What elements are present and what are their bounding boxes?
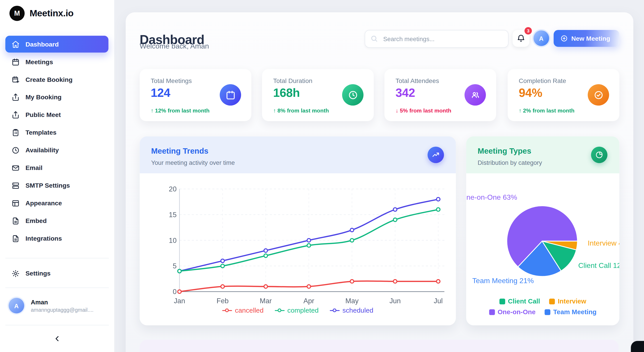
stat-value: 168h: [273, 86, 300, 100]
sidebar-item-appearance[interactable]: Appearance: [5, 195, 108, 212]
svg-text:Jan: Jan: [174, 297, 185, 305]
file-text-icon: [12, 234, 20, 243]
share-icon: [12, 111, 20, 119]
sidebar-item-embed[interactable]: Embed: [5, 212, 108, 229]
line-marker-icon: [222, 308, 232, 312]
clock-icon: [342, 84, 364, 106]
sidebar-item-label: Public Meet: [26, 111, 61, 118]
sidebar-item-label: Create Booking: [26, 76, 72, 83]
sidebar-item-availability[interactable]: Availability: [5, 142, 108, 158]
avatar: A: [9, 298, 24, 314]
sidebar-collapse-button[interactable]: [0, 331, 114, 346]
notifications-button[interactable]: 3: [512, 30, 529, 47]
stat-card-total-attendees: Total Attendees 342 ↓ 5% from last month: [384, 69, 496, 121]
legend-swatch: [549, 298, 555, 304]
stat-label: Completion Rate: [519, 77, 566, 84]
search-input[interactable]: [382, 30, 503, 47]
meeting-types-card: Meeting Types Distribution by category O…: [466, 136, 620, 326]
stat-label: Total Attendees: [396, 77, 439, 84]
bell-icon: [517, 34, 526, 43]
sidebar-item-dashboard[interactable]: Dashboard: [5, 36, 108, 52]
chevron-left-icon: [53, 334, 61, 342]
stat-delta: ↑ 12% from last month: [151, 108, 210, 114]
sidebar-nav: Dashboard Meetings Create Booking My Boo…: [5, 36, 108, 248]
sidebar-item-label: Templates: [26, 129, 56, 136]
mail-icon: [12, 164, 20, 172]
check-circle-icon: [588, 84, 609, 106]
sidebar-item-integrations[interactable]: Integrations: [5, 230, 108, 247]
meeting-trends-header: Meeting Trends Your meeting activity ove…: [140, 136, 456, 173]
file-text-icon: [12, 217, 20, 225]
svg-text:Jun: Jun: [390, 297, 401, 305]
stat-value: 342: [396, 86, 415, 100]
sidebar-item-label: Availability: [26, 146, 59, 154]
search-box: [365, 30, 508, 48]
sidebar-item-create-booking[interactable]: Create Booking: [5, 71, 108, 88]
sidebar-item-smtp-settings[interactable]: SMTP Settings: [5, 177, 108, 194]
page-subtitle: Welcome back, Aman: [140, 42, 209, 50]
sidebar-item-templates[interactable]: Templates: [5, 124, 108, 141]
pie-label-team-meeting: Team Meeting 21%: [472, 276, 534, 285]
legend-item-interview: Interview: [549, 298, 586, 305]
legend-item-scheduled: scheduled: [330, 306, 374, 314]
user-profile[interactable]: A Aman amannguptaggg@gmail....: [0, 292, 114, 319]
line-marker-icon: [330, 308, 340, 312]
card-title: Meeting Trends: [151, 147, 444, 156]
clipboard-list-icon: [12, 128, 20, 137]
pie-chart: [466, 136, 620, 326]
stat-delta: ↑ 2% from last month: [519, 108, 574, 114]
sidebar-item-settings[interactable]: Settings: [5, 265, 108, 282]
legend-item-one-on-one: One-on-One: [489, 308, 536, 316]
calendar-icon: [12, 58, 20, 66]
brand-name: Meetinx.io: [30, 8, 74, 19]
stat-card-total-meetings: Total Meetings 124 ↑ 12% from last month: [140, 69, 251, 121]
header-avatar[interactable]: A: [534, 30, 549, 46]
card-subtitle: Your meeting activity over time: [151, 159, 444, 166]
clock-icon: [12, 146, 20, 154]
legend-swatch: [489, 309, 495, 315]
line-marker-icon: [274, 308, 284, 312]
svg-text:5: 5: [173, 262, 176, 270]
layout-icon: [12, 199, 20, 207]
divider: [5, 258, 109, 258]
svg-text:10: 10: [169, 236, 177, 244]
floating-action-button[interactable]: [631, 341, 644, 352]
new-meeting-label: New Meeting: [571, 35, 610, 42]
stat-value: 94%: [519, 86, 542, 100]
sidebar-item-my-booking[interactable]: My Booking: [5, 89, 108, 106]
stat-card-completion-rate: Completion Rate 94% ↑ 2% from last month: [508, 69, 620, 121]
server-icon: [12, 181, 20, 190]
sidebar-item-label: Appearance: [26, 200, 62, 207]
svg-text:Mar: Mar: [260, 297, 272, 305]
trending-up-icon: [428, 147, 444, 163]
sidebar-item-label: Meetings: [26, 58, 53, 66]
divider: [5, 325, 109, 326]
sidebar-item-public-meet[interactable]: Public Meet: [5, 106, 108, 123]
legend-swatch: [544, 309, 550, 315]
sidebar-item-label: SMTP Settings: [26, 182, 70, 189]
main-panel: Dashboard Welcome back, Aman 3 A New Mee…: [126, 12, 633, 352]
svg-text:Apr: Apr: [304, 297, 314, 305]
sidebar-item-email[interactable]: Email: [5, 160, 108, 176]
users-icon: [464, 84, 486, 106]
sidebar-item-label: Integrations: [26, 235, 62, 242]
sidebar-item-meetings[interactable]: Meetings: [5, 54, 108, 70]
divider: [5, 288, 109, 288]
svg-text:Jul: Jul: [434, 297, 443, 305]
circle-plus-icon: [560, 34, 568, 42]
line-chart: JanFebMarAprMayJunJul05101520: [140, 173, 456, 326]
new-meeting-button[interactable]: New Meeting: [554, 30, 620, 47]
sidebar-item-label: Embed: [26, 217, 47, 224]
pie-label-one-on-one: One-on-One 63%: [466, 193, 517, 202]
search-icon: [370, 34, 378, 43]
sidebar-item-label: Settings: [26, 270, 50, 277]
legend-swatch: [499, 298, 505, 304]
calendar-plus-icon: [12, 75, 20, 84]
legend-item-team-meeting: Team Meeting: [544, 308, 596, 316]
line-chart-legend: cancelled completed scheduled: [140, 306, 456, 314]
stat-value: 124: [151, 86, 170, 100]
svg-text:0: 0: [173, 288, 176, 296]
stat-label: Total Meetings: [151, 77, 192, 84]
next-section-card: [140, 340, 618, 352]
app-root: M Meetinx.io Dashboard Meetings Create B…: [0, 0, 644, 352]
